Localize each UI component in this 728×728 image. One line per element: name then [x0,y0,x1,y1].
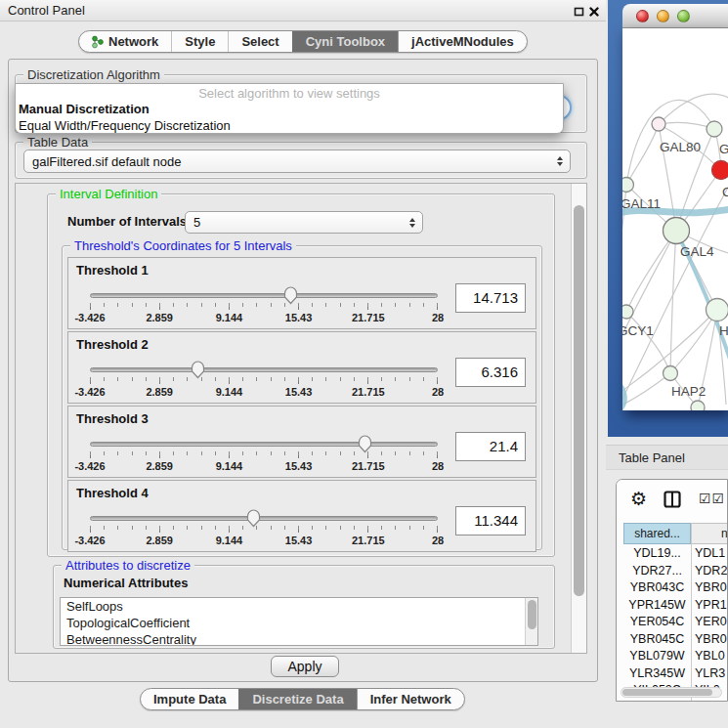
slider-track[interactable] [90,442,438,447]
threshold-3-value-field[interactable]: 21.4 [455,432,526,461]
tick-label: 28 [432,386,444,398]
table-panel-title: Table Panel [619,450,685,465]
table-horizontal-scrollbar[interactable] [621,687,722,698]
column-layout-icon[interactable] [664,491,681,508]
thresholds-group: Threshold's Coordinates for 5 Intervals … [62,245,542,550]
node-table: ⚙ ☑☑ shared... na YDL19...YDL1 YDR27...Y… [616,479,728,702]
column-header-name[interactable]: na [692,523,728,544]
table-row[interactable]: YBL079WYBL0 [623,648,727,665]
float-window-icon[interactable] [572,5,585,18]
table-row[interactable]: YDR27...YDR2 [623,563,727,580]
tick-label: 9.144 [216,386,243,398]
tick-label: 9.144 [216,535,243,546]
minimize-traffic-light-icon[interactable] [657,10,669,22]
slider-track[interactable] [90,293,438,298]
algorithm-popup-item-equal-width[interactable]: Equal Width/Frequency Discretization [16,117,563,134]
list-item[interactable]: BetweennessCentrality [61,631,537,646]
table-row[interactable]: YBR043CYBR0 [623,579,727,597]
tick-label: 9.144 [216,312,243,323]
tick-label: 21.715 [352,460,385,472]
threshold-2-value-field[interactable]: 6.316 [455,358,526,387]
scrollbar-thumb[interactable] [622,689,712,696]
node-label-gal4: GAL4 [680,244,714,259]
tick-label: 2.859 [146,460,173,472]
tab-network[interactable]: Network [79,31,171,52]
close-icon[interactable] [587,5,601,18]
gear-icon[interactable]: ⚙ [630,488,647,509]
table-row[interactable]: YPR145WYPR1 [623,597,727,615]
maximize-traffic-light-icon[interactable] [677,10,690,22]
numerical-attributes-label: Numerical Attributes [64,576,188,590]
tick-label: 2.859 [146,535,173,546]
network-node[interactable] [691,401,705,410]
slider-track[interactable] [90,516,438,521]
threshold-3-slider[interactable]: -3.426 2.859 9.144 15.43 21.715 28 [90,434,438,477]
algorithm-popup-item-manual[interactable]: Manual Discretization [16,101,563,117]
table-row[interactable]: YLR345WYLR3 [623,665,727,683]
threshold-1-slider-thumb[interactable] [283,286,298,305]
node-label-partial: C [722,185,728,199]
threshold-2-label: Threshold 2 [76,337,149,352]
threshold-4-slider-thumb[interactable] [246,509,261,528]
node-label-gal80: GAL80 [660,140,701,154]
control-panel-window: Control Panel Network Style Select Cyni … [0,0,606,728]
tick-label: 15.43 [285,460,313,472]
tick-label: 2.859 [146,312,173,323]
network-canvas[interactable]: GAL80 GA C GAL11 GAL4 GCY1 H HAP2 [622,28,728,410]
slider-track[interactable] [90,367,438,372]
tick-label: 9.144 [216,460,243,472]
table-data-combobox[interactable]: galFiltered.sif default node [23,150,571,173]
tick-label: 21.715 [352,535,385,546]
tab-jactivemnodules[interactable]: jActiveMNodules [398,31,527,52]
network-node[interactable] [707,299,728,321]
network-icon [92,35,104,49]
table-row[interactable]: YBR045CYBR0 [623,631,727,649]
tab-select[interactable]: Select [228,31,291,52]
tab-impute-data[interactable]: Impute Data [141,689,238,709]
tab-style[interactable]: Style [171,31,228,52]
threshold-3-slider-thumb[interactable] [358,435,372,453]
network-node-gal11[interactable] [622,178,634,193]
attributes-list-scrollbar[interactable] [525,598,537,645]
thresholds-group-title: Threshold's Coordinates for 5 Intervals [70,238,296,253]
threshold-2-slider[interactable]: -3.426 2.859 9.144 15.43 21.715 28 [90,360,438,403]
threshold-1-slider[interactable]: -3.426 2.859 9.144 15.43 21.715 28 [90,285,438,328]
cyni-toolbox-panel: Discretization Algorithm Select algorith… [8,59,598,682]
tick-label: 28 [432,535,444,546]
number-of-intervals-label: Number of Intervals [67,214,187,229]
tick-label: 21.715 [352,312,385,323]
tab-discretize-data[interactable]: Discretize Data [238,689,356,709]
network-node-hap2[interactable] [664,366,678,381]
scrollbar-thumb[interactable] [574,205,584,596]
threshold-4-slider[interactable]: -3.426 2.859 9.144 15.43 21.715 28 [90,508,438,551]
table-toolbar: ⚙ ☑☑ [617,480,727,521]
network-node-gal80[interactable] [652,117,665,131]
network-graph: GAL80 GA C GAL11 GAL4 GCY1 H HAP2 [622,28,728,410]
network-node-red-selected[interactable] [712,161,728,180]
network-node-gcy1[interactable] [622,305,633,319]
list-item[interactable]: TopologicalCoefficient [61,615,537,631]
table-row[interactable]: YDL19...YDL1 [623,545,727,563]
settings-vertical-scrollbar[interactable] [571,184,586,653]
tab-infer-network[interactable]: Infer Network [357,689,464,709]
checkbox-filter-icons[interactable]: ☑☑ [699,491,725,506]
table-row[interactable]: YER054CYER0 [623,614,727,631]
network-node-gal4[interactable] [664,218,690,244]
threshold-2-slider-thumb[interactable] [191,361,205,379]
threshold-1-panel: Threshold 1 -3.426 2.859 9.144 [67,257,536,329]
tick-label: 21.715 [352,386,385,398]
tab-cyni-toolbox[interactable]: Cyni Toolbox [292,31,398,52]
control-panel-tabbar: Network Style Select Cyni Toolbox jActiv… [78,30,528,53]
number-of-intervals-value: 5 [193,215,200,230]
number-of-intervals-combobox[interactable]: 5 [185,211,423,234]
threshold-4-value-field[interactable]: 11.344 [455,506,526,535]
close-traffic-light-icon[interactable] [636,10,649,22]
list-item[interactable]: SelfLoops [61,598,537,615]
tab-network-label: Network [108,34,158,49]
apply-button[interactable]: Apply [271,656,339,677]
algorithm-popup-prompt[interactable]: Select algorithm to view settings [16,84,563,101]
threshold-1-value-field[interactable]: 14.713 [455,283,526,313]
column-header-shared-name[interactable]: shared... [623,523,691,544]
network-node[interactable] [707,121,722,137]
node-label-partial: H [719,323,728,338]
